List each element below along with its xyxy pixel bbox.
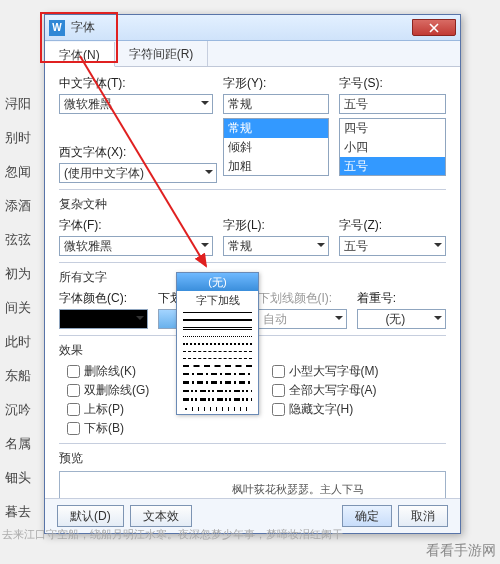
cancel-button[interactable]: 取消 (398, 505, 448, 527)
font-color-combo[interactable] (59, 309, 148, 329)
chk-smallcaps[interactable]: 小型大写字母(M) (272, 363, 447, 380)
western-font-label: 西文字体(X): (59, 144, 217, 161)
dd-option-wave[interactable] (177, 404, 258, 414)
bg-text: 东船 (5, 367, 31, 385)
bg-text: 沉吟 (5, 401, 31, 419)
bg-blur-text: 去来江口守空船，绕船月明江水寒。夜深忽梦少年事，梦啼妆泪红阑干 (2, 527, 343, 542)
cn-font-combo[interactable]: 微软雅黑 (59, 94, 213, 114)
dd-option-dashdotdot-thick[interactable] (177, 395, 258, 404)
bg-text: 此时 (5, 333, 31, 351)
dd-option-dotted[interactable] (177, 333, 258, 340)
bg-text: 间关 (5, 299, 31, 317)
dd-option-dashdot[interactable] (177, 370, 258, 378)
divider (59, 189, 446, 190)
emphasis-combo[interactable]: (无) (357, 309, 446, 329)
dialog-title: 字体 (71, 19, 412, 36)
font-f-label: 字体(F): (59, 217, 213, 234)
font-f-combo[interactable]: 微软雅黑 (59, 236, 213, 256)
bg-text: 初为 (5, 265, 31, 283)
dd-option-double[interactable] (177, 324, 258, 333)
chk-allcaps[interactable]: 全部大写字母(A) (272, 382, 447, 399)
bg-text: 浔阳 (5, 95, 31, 113)
bg-text: 别时 (5, 129, 31, 147)
bg-text: 钿头 (5, 469, 31, 487)
bg-text: 暮去 (5, 503, 31, 521)
style-input[interactable]: 常规 (223, 94, 330, 114)
chk-subscript[interactable]: 下标(B) (67, 420, 242, 437)
ok-button[interactable]: 确定 (342, 505, 392, 527)
close-button[interactable] (412, 19, 456, 36)
underline-dropdown[interactable]: (无) 字下加线 (176, 272, 259, 415)
ulcolor-label: 下划线颜色(I): (258, 290, 347, 307)
default-button[interactable]: 默认(D) (57, 505, 124, 527)
style-label: 字形(Y): (223, 75, 330, 92)
dd-option-wordunderline[interactable]: 字下加线 (177, 291, 258, 309)
divider (59, 262, 446, 263)
dd-option-dashdot-thick[interactable] (177, 378, 258, 387)
underline-color-combo[interactable]: 自动 (258, 309, 347, 329)
titlebar: W 字体 (45, 15, 460, 41)
bg-text: 弦弦 (5, 231, 31, 249)
tab-spacing[interactable]: 字符间距(R) (115, 41, 209, 66)
dd-option-thick[interactable] (177, 316, 258, 324)
chk-hidden[interactable]: 隐藏文字(H) (272, 401, 447, 418)
dd-option-none[interactable]: (无) (177, 273, 258, 291)
divider (59, 443, 446, 444)
dd-option-dotted-thick[interactable] (177, 340, 258, 348)
watermark: 看看手游网 (426, 542, 496, 560)
dd-option-dashed-thick[interactable] (177, 362, 258, 370)
emphasis-label: 着重号: (357, 290, 446, 307)
app-icon: W (49, 20, 65, 36)
style-l-label: 字形(L): (223, 217, 330, 234)
tab-font[interactable]: 字体(N) (45, 42, 115, 67)
complex-label: 复杂文种 (59, 196, 446, 213)
bg-text: 名属 (5, 435, 31, 453)
bg-text: 添酒 (5, 197, 31, 215)
size-z-label: 字号(Z): (339, 217, 446, 234)
size-z-combo[interactable]: 五号 (339, 236, 446, 256)
preview-text: 枫叶荻花秋瑟瑟。主人下马 (232, 482, 364, 497)
color-label: 字体颜色(C): (59, 290, 148, 307)
texteffect-button[interactable]: 文本效 (130, 505, 192, 527)
western-font-combo[interactable]: (使用中文字体) (59, 163, 217, 183)
preview-label: 预览 (59, 450, 446, 467)
size-label: 字号(S): (339, 75, 446, 92)
cn-font-label: 中文字体(T): (59, 75, 213, 92)
dd-option-dashdotdot[interactable] (177, 387, 258, 395)
tabstrip: 字体(N) 字符间距(R) (45, 41, 460, 67)
style-l-combo[interactable]: 常规 (223, 236, 330, 256)
dd-option-single[interactable] (177, 309, 258, 316)
dd-option-dashed[interactable] (177, 348, 258, 355)
dd-option-dashed-long[interactable] (177, 355, 258, 362)
close-icon (429, 23, 439, 33)
bg-text: 忽闻 (5, 163, 31, 181)
size-input[interactable]: 五号 (339, 94, 446, 114)
